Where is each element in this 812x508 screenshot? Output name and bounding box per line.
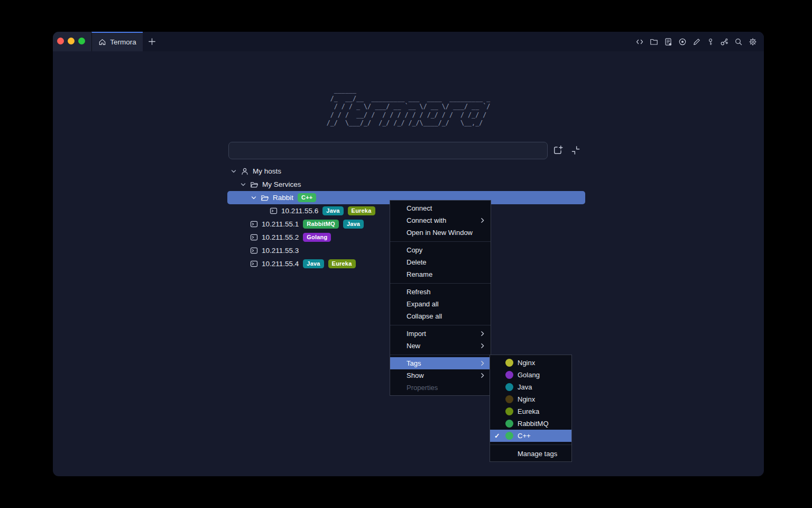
chevron-down-icon[interactable] (240, 182, 246, 188)
user-icon (241, 167, 249, 176)
tag-option-label: Eureka (518, 407, 539, 415)
menu-separator (390, 241, 491, 242)
tag-option-nginx-2[interactable]: Nginx (490, 393, 571, 405)
collapse-all-icon[interactable] (570, 144, 582, 156)
tag-badge: C++ (298, 193, 316, 203)
menu-item-connect-with[interactable]: Connect with (390, 214, 491, 226)
edit-icon[interactable] (693, 38, 701, 46)
tree-item-label: 10.211.55.6 (281, 207, 318, 215)
tag-color-dot (505, 432, 513, 440)
manage-tags-label: Manage tags (518, 450, 557, 458)
tag-option-java[interactable]: Java (490, 381, 571, 393)
tag-color-dot (505, 371, 513, 379)
manage-tags-button[interactable]: Manage tags (490, 447, 571, 460)
settings-icon[interactable] (749, 38, 757, 46)
terminal-icon (270, 207, 278, 215)
tag-badge: RabbitMQ (303, 220, 339, 229)
tags-submenu: Nginx Golang Java Nginx Eureka (490, 355, 572, 462)
menu-item-collapse-all[interactable]: Collapse all (390, 310, 491, 322)
keychain-icon[interactable] (720, 38, 728, 46)
menu-item-delete[interactable]: Delete (390, 256, 491, 268)
record-icon[interactable] (678, 38, 687, 46)
submenu-arrow-icon (479, 372, 486, 379)
log-icon[interactable] (664, 38, 672, 46)
terminal-icon (250, 260, 258, 268)
traffic-light-group (53, 32, 91, 51)
tag-option-rabbitmq[interactable]: RabbitMQ (490, 418, 571, 430)
menu-item-expand-all[interactable]: Expand all (390, 298, 491, 310)
tag-option-eureka[interactable]: Eureka (490, 405, 571, 418)
toolbar (635, 32, 757, 51)
folder-icon[interactable] (650, 38, 658, 46)
submenu-arrow-icon (479, 330, 486, 337)
tag-option-nginx[interactable]: Nginx (490, 357, 571, 369)
context-menu: Connect Connect with Open in New Window … (390, 200, 491, 396)
tab-termora[interactable]: Termora (91, 32, 143, 51)
minimize-window-button[interactable] (68, 38, 75, 44)
folder-open-icon (250, 180, 259, 189)
tag-option-label: Java (518, 383, 532, 391)
tag-option-golang[interactable]: Golang (490, 369, 571, 381)
termora-ascii-logo: ______ /_ __/__ _________ ___ ____ _____… (327, 86, 491, 128)
tag-badge: Eureka (328, 259, 356, 269)
tag-color-dot (505, 359, 513, 367)
tree-item-label: Rabbit (273, 194, 293, 202)
menu-item-copy[interactable]: Copy (390, 244, 491, 256)
tree-item-label: 10.211.55.2 (262, 233, 299, 241)
code-icon[interactable] (635, 38, 644, 46)
check-icon: ✓ (494, 432, 505, 440)
menu-separator (390, 355, 491, 355)
terminal-icon (250, 233, 258, 241)
zoom-window-button[interactable] (78, 38, 85, 44)
menu-item-show[interactable]: Show (390, 369, 491, 382)
submenu-arrow-icon (479, 360, 486, 367)
new-tab-button[interactable] (147, 37, 157, 47)
tree-item-my-services[interactable]: My Services (227, 178, 585, 191)
search-input[interactable] (228, 142, 548, 159)
menu-item-new[interactable]: New (390, 340, 491, 352)
tree-item-label: 10.211.55.3 (262, 247, 299, 255)
termora-window: Termora ______ /_ __/__ _________ ___ __… (53, 32, 764, 476)
tag-badge: Golang (303, 233, 331, 242)
home-icon (98, 38, 106, 46)
tree-item-label: 10.211.55.4 (262, 260, 299, 268)
menu-item-rename[interactable]: Rename (390, 268, 491, 280)
tag-option-label: C++ (518, 432, 531, 440)
tree-item-label: 10.211.55.1 (262, 220, 299, 228)
menu-separator (390, 325, 491, 325)
submenu-arrow-icon (479, 217, 486, 224)
tag-badge: Java (343, 220, 364, 229)
desktop-background: Termora ______ /_ __/__ _________ ___ __… (0, 0, 812, 508)
menu-item-import[interactable]: Import (390, 328, 491, 340)
tag-option-label: Golang (518, 371, 540, 379)
plus-icon (147, 37, 156, 46)
menu-item-tags[interactable]: Tags (390, 357, 491, 369)
folder-open-icon (261, 194, 269, 202)
chevron-down-icon[interactable] (230, 168, 237, 175)
menu-item-refresh[interactable]: Refresh (390, 286, 491, 298)
close-window-button[interactable] (57, 38, 64, 44)
tag-option-label: Nginx (518, 395, 535, 403)
tag-option-cpp[interactable]: ✓ C++ (490, 430, 571, 442)
menu-item-open-in-new-window[interactable]: Open in New Window (390, 226, 491, 239)
terminal-icon (250, 247, 258, 255)
tag-badge: Java (303, 259, 324, 269)
menu-item-connect[interactable]: Connect (390, 202, 491, 214)
menu-item-properties: Properties (390, 382, 491, 394)
key-icon[interactable] (707, 38, 714, 46)
tag-color-dot (505, 407, 513, 415)
tag-badge: Eureka (348, 206, 375, 216)
title-bar: Termora (53, 32, 764, 51)
menu-separator (490, 444, 571, 445)
terminal-icon (250, 220, 258, 228)
add-host-icon[interactable] (552, 144, 564, 156)
tree-item-my-hosts[interactable]: My hosts (227, 165, 585, 178)
chevron-down-icon[interactable] (251, 195, 257, 201)
tab-label: Termora (110, 38, 136, 46)
search-icon[interactable] (734, 38, 743, 46)
tag-color-dot (505, 395, 513, 403)
menu-separator (390, 283, 491, 284)
tree-item-label: My Services (262, 180, 301, 188)
tag-option-label: Nginx (518, 359, 535, 367)
tag-color-dot (505, 420, 513, 428)
